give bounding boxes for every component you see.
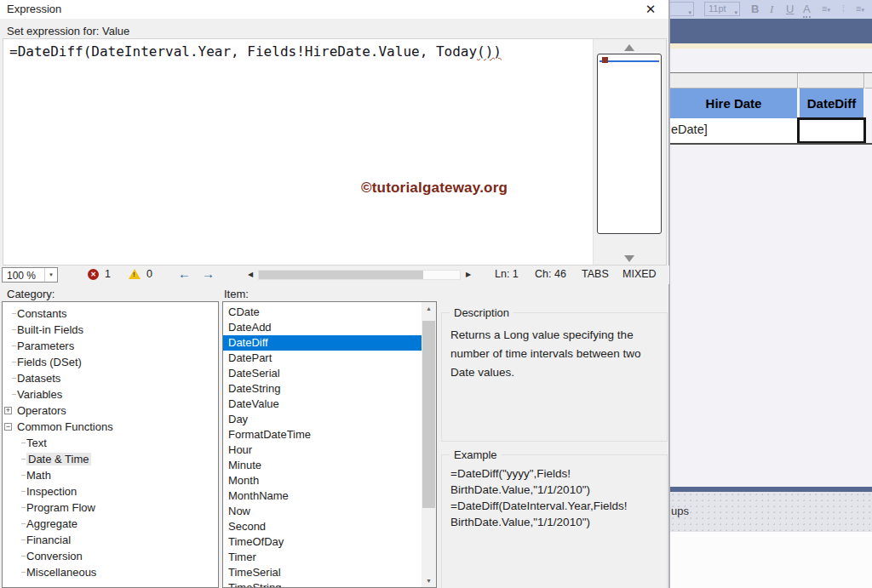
expression-editor[interactable]: =DateDiff(DateInterval.Year, Fields!Hire…	[3, 38, 667, 265]
category-tree: Constants Built-in Fields Parameters Fie…	[2, 301, 219, 588]
expression-error-squiggle: ())	[477, 43, 502, 60]
item-datediff-selected[interactable]: DateDiff	[223, 335, 422, 351]
format-toolbar: ▾ 11pt▾ B I U A ≡▾ ⁞ ≡▾	[670, 0, 872, 19]
chevron-down-icon[interactable]: ▾	[44, 268, 57, 282]
item-list-scrollbar[interactable]: ▲ ▼	[422, 302, 436, 587]
category-item-variables[interactable]: Variables	[3, 386, 218, 402]
selected-table-cell[interactable]	[797, 117, 866, 144]
item-datestring[interactable]: DateString	[223, 381, 422, 397]
example-label: Example	[450, 448, 502, 461]
category-item-common-functions[interactable]: −Common Functions	[3, 419, 218, 435]
item-dateserial[interactable]: DateSerial	[223, 366, 422, 381]
category-item-math[interactable]: Math	[3, 467, 218, 483]
table-header-hire-date[interactable]: Hire Date	[670, 88, 797, 118]
error-marker	[602, 57, 608, 63]
report-designer-background: ▾ 11pt▾ B I U A ≡▾ ⁞ ≡▾ Hire Date DateDi…	[669, 0, 872, 588]
item-now[interactable]: Now	[223, 504, 422, 519]
line-indicator: Ln: 1	[495, 268, 519, 280]
font-size-dropdown[interactable]: 11pt▾	[704, 2, 740, 16]
item-formatdatetime[interactable]: FormatDateTime	[223, 427, 422, 442]
item-second[interactable]: Second	[223, 519, 422, 534]
zoom-dropdown[interactable]: 100 % ▾	[2, 267, 58, 283]
item-datepart[interactable]: DatePart	[223, 351, 422, 366]
editor-scroll-thumb[interactable]	[597, 54, 662, 234]
redo-arrow-icon[interactable]: →	[202, 266, 215, 281]
editor-scrollbar[interactable]	[593, 39, 666, 265]
horizontal-scroll-thumb[interactable]	[259, 271, 423, 279]
example-groupbox: Example =DateDiff("yyyy",Fields! BirthDa…	[441, 454, 668, 588]
scroll-up-icon[interactable]	[624, 44, 634, 51]
watermark: ©tutorialgateway.org	[361, 180, 508, 197]
collapse-minus-icon[interactable]: −	[4, 423, 12, 431]
example-text: =DateDiff("yyyy",Fields! BirthDate.Value…	[442, 455, 667, 530]
warning-bang: !	[133, 271, 135, 278]
category-item-constants[interactable]: Constants	[3, 305, 218, 322]
category-item-built-in-fields[interactable]: Built-in Fields	[3, 322, 218, 338]
chevron-down-icon: ▾	[688, 6, 691, 19]
expression-dialog: Expression ✕ Set expression for: Value =…	[0, 0, 669, 588]
category-item-datasets[interactable]: Datasets	[3, 370, 218, 386]
category-item-date-time[interactable]: Date & Time	[3, 451, 218, 467]
undo-arrow-icon[interactable]: ←	[178, 266, 191, 281]
column-handle-cell[interactable]	[865, 73, 872, 88]
category-item-text[interactable]: Text	[3, 435, 218, 451]
category-item-program-flow[interactable]: Program Flow	[3, 500, 218, 516]
bold-button[interactable]: B	[751, 2, 759, 16]
item-scroll-thumb[interactable]	[422, 321, 435, 508]
category-item-aggregate[interactable]: Aggregate	[3, 516, 218, 532]
horizontal-scrollbar[interactable]	[258, 270, 461, 280]
category-item-conversion[interactable]: Conversion	[3, 548, 218, 564]
scroll-up-icon[interactable]: ▲	[422, 305, 436, 311]
caret-position-marker	[600, 60, 659, 62]
close-icon[interactable]: ✕	[641, 1, 660, 18]
expression-text[interactable]: =DateDiff(DateInterval.Year, Fields!Hire…	[9, 43, 502, 60]
mixed-indicator: MIXED	[622, 268, 657, 280]
item-timestring[interactable]: TimeString	[223, 580, 422, 588]
separator-dots-icon: ⁞	[842, 2, 845, 16]
scroll-right-icon[interactable]: ▶	[466, 271, 471, 278]
item-month[interactable]: Month	[223, 473, 422, 488]
category-item-parameters[interactable]: Parameters	[3, 338, 218, 354]
screen: ▾ 11pt▾ B I U A ≡▾ ⁞ ≡▾ Hire Date DateDi…	[0, 0, 872, 588]
category-item-miscellaneous[interactable]: Miscellaneous	[3, 564, 218, 580]
scroll-left-icon[interactable]: ◀	[248, 271, 253, 278]
column-indicator: Ch: 46	[535, 268, 566, 280]
italic-button[interactable]: I	[770, 2, 773, 16]
set-expression-label: Set expression for: Value	[7, 25, 129, 37]
align-menu-icon[interactable]: ≡▾	[822, 2, 830, 17]
window-band	[670, 19, 872, 43]
list-menu-icon[interactable]: ≡▾	[856, 2, 864, 17]
item-day[interactable]: Day	[223, 412, 422, 427]
item-monthname[interactable]: MonthName	[223, 488, 422, 504]
dialog-titlebar: Expression ✕	[0, 0, 668, 19]
item-hour[interactable]: Hour	[223, 442, 422, 458]
item-dateadd[interactable]: DateAdd	[223, 320, 422, 335]
item-timeofday[interactable]: TimeOfDay	[223, 534, 422, 550]
expand-plus-icon[interactable]: +	[4, 407, 12, 414]
table-header-datediff[interactable]: DateDiff	[800, 88, 863, 118]
category-item-fields-dset[interactable]: Fields (DSet)	[3, 354, 218, 370]
category-item-financial[interactable]: Financial	[3, 532, 218, 548]
item-timer[interactable]: Timer	[223, 550, 422, 565]
column-handle-cell[interactable]	[670, 73, 798, 88]
font-color-button[interactable]: A	[803, 2, 811, 18]
scroll-down-icon[interactable]: ▼	[422, 578, 436, 584]
table-cell-hiredate-field[interactable]: eDate]	[671, 123, 708, 136]
chevron-down-icon: ▾	[734, 6, 737, 19]
ruler-band	[670, 43, 872, 49]
underline-button[interactable]: U	[786, 2, 794, 16]
category-item-inspection[interactable]: Inspection	[3, 483, 218, 500]
font-name-dropdown[interactable]: ▾	[669, 2, 694, 16]
column-handle-cell[interactable]	[799, 73, 864, 88]
table-bottom-border	[670, 143, 872, 145]
editor-statusbar: 100 % ▾ ✕ 1 ! 0 ← → ◀ ▶ Ln: 1 Ch: 46 TAB…	[0, 265, 669, 284]
description-groupbox: Description Returns a Long value specify…	[441, 312, 668, 442]
item-cdate[interactable]: CDate	[223, 305, 422, 320]
category-item-operators[interactable]: +Operators	[3, 402, 218, 419]
scroll-down-icon[interactable]	[624, 255, 634, 262]
item-timeserial[interactable]: TimeSerial	[223, 565, 422, 580]
item-datevalue[interactable]: DateValue	[223, 397, 422, 412]
lower-pane	[670, 532, 872, 588]
item-minute[interactable]: Minute	[223, 458, 422, 473]
item-label: Item:	[224, 288, 249, 300]
